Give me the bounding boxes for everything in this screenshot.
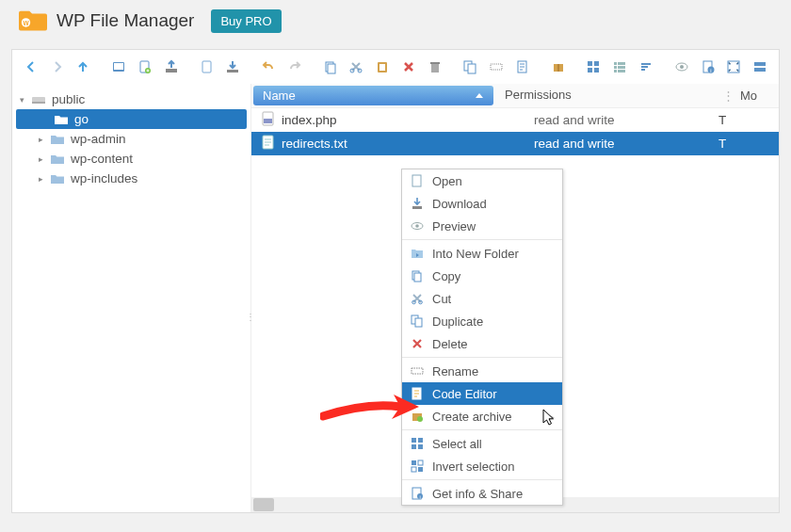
ctx-invert-selection[interactable]: Invert selection bbox=[402, 455, 562, 477]
tree-item-label: wp-includes bbox=[71, 171, 243, 185]
svg-rect-56 bbox=[412, 368, 423, 374]
cut-icon bbox=[410, 291, 425, 306]
ctx-get-info[interactable]: iGet info & Share bbox=[402, 482, 562, 505]
list-view-button[interactable] bbox=[608, 56, 631, 78]
new-file-button[interactable] bbox=[134, 56, 156, 78]
ctx-into-new-folder[interactable]: Into New Folder bbox=[402, 242, 562, 265]
svg-rect-15 bbox=[431, 64, 439, 73]
ctx-create-archive[interactable]: Create archive▶ bbox=[402, 405, 562, 427]
svg-rect-25 bbox=[588, 68, 592, 73]
collapse-icon: ▾ bbox=[20, 95, 31, 105]
ctx-separator bbox=[402, 479, 562, 480]
svg-rect-19 bbox=[491, 64, 502, 70]
folder-icon bbox=[50, 172, 65, 185]
tree-item-label: wp-admin bbox=[71, 132, 243, 146]
ctx-open[interactable]: Open bbox=[402, 169, 562, 192]
select-all-icon bbox=[410, 436, 425, 451]
up-button[interactable] bbox=[73, 56, 95, 78]
column-headers: Name Permissions ⋮Mo bbox=[251, 84, 779, 108]
svg-rect-6 bbox=[166, 69, 177, 73]
info-icon: i bbox=[410, 486, 425, 501]
ctx-code-editor[interactable]: Code Editor bbox=[402, 382, 562, 405]
svg-rect-22 bbox=[557, 64, 559, 72]
duplicate-button[interactable] bbox=[460, 56, 482, 78]
upload-button[interactable] bbox=[160, 56, 183, 78]
toolbar: i bbox=[11, 49, 780, 84]
settings-button[interactable] bbox=[749, 56, 771, 78]
edit-button[interactable] bbox=[511, 56, 534, 78]
svg-text:W: W bbox=[23, 20, 29, 26]
netmount-button[interactable] bbox=[107, 56, 130, 78]
svg-rect-39 bbox=[754, 62, 766, 66]
svg-rect-29 bbox=[614, 66, 617, 69]
svg-rect-23 bbox=[588, 61, 592, 66]
file-row[interactable]: redirects.txt read and write T bbox=[251, 132, 779, 155]
preview-button[interactable] bbox=[670, 56, 693, 78]
duplicate-icon bbox=[410, 314, 425, 329]
ctx-delete[interactable]: Delete bbox=[402, 332, 562, 355]
buy-pro-button[interactable]: Buy PRO bbox=[211, 9, 281, 33]
svg-rect-67 bbox=[418, 467, 423, 472]
ctx-cut[interactable]: Cut bbox=[402, 287, 562, 310]
extract-button[interactable] bbox=[547, 56, 570, 78]
tree-root[interactable]: ▾ public bbox=[12, 89, 250, 109]
empty-button[interactable] bbox=[424, 56, 446, 78]
rename-button[interactable] bbox=[485, 56, 508, 78]
redo-button[interactable] bbox=[283, 56, 306, 78]
ctx-separator bbox=[402, 429, 562, 430]
file-mod: T bbox=[713, 137, 726, 151]
download-button[interactable] bbox=[221, 56, 244, 78]
expand-icon: ▸ bbox=[39, 135, 50, 144]
column-name[interactable]: Name bbox=[253, 86, 493, 105]
tree-item-wp-content[interactable]: ▸ wp-content bbox=[12, 149, 250, 169]
svg-rect-42 bbox=[32, 102, 45, 104]
tree-item-go[interactable]: go bbox=[16, 109, 247, 129]
copy-icon bbox=[410, 268, 425, 283]
sort-button[interactable] bbox=[635, 56, 657, 78]
svg-rect-55 bbox=[415, 318, 422, 327]
back-button[interactable] bbox=[20, 56, 42, 78]
svg-rect-7 bbox=[202, 61, 211, 73]
ctx-preview[interactable]: Preview bbox=[402, 215, 562, 237]
svg-rect-32 bbox=[618, 70, 625, 73]
rename-icon bbox=[410, 363, 425, 379]
open-button[interactable] bbox=[196, 56, 218, 78]
paste-button[interactable] bbox=[371, 56, 394, 78]
copy-button[interactable] bbox=[319, 56, 342, 78]
delete-button[interactable] bbox=[397, 56, 420, 78]
file-row[interactable]: index.php read and write T bbox=[251, 108, 779, 132]
svg-rect-31 bbox=[614, 70, 617, 73]
ctx-rename[interactable]: Rename bbox=[402, 360, 562, 382]
grip-icon: ⋮ bbox=[722, 89, 734, 103]
undo-button[interactable] bbox=[257, 56, 280, 78]
svg-rect-27 bbox=[614, 62, 617, 65]
tree-root-label: public bbox=[52, 92, 243, 106]
column-name-label: Name bbox=[263, 89, 296, 103]
context-menu: Open Download Preview Into New Folder Co… bbox=[401, 169, 563, 506]
file-name: index.php bbox=[282, 113, 337, 127]
ctx-select-all[interactable]: Select all bbox=[402, 432, 562, 455]
info-button[interactable]: i bbox=[697, 56, 719, 78]
svg-rect-3 bbox=[114, 63, 123, 70]
tree-item-wp-includes[interactable]: ▸ wp-includes bbox=[12, 169, 250, 188]
forward-button[interactable] bbox=[46, 56, 69, 78]
svg-rect-47 bbox=[412, 206, 422, 209]
cut-button[interactable] bbox=[345, 56, 367, 78]
column-permissions[interactable]: Permissions bbox=[495, 84, 717, 107]
fullscreen-button[interactable] bbox=[723, 56, 746, 78]
column-modified[interactable]: ⋮Mo bbox=[717, 84, 763, 107]
mouse-cursor-icon bbox=[542, 409, 557, 430]
file-perm: read and write bbox=[492, 113, 713, 127]
tree-item-wp-admin[interactable]: ▸ wp-admin bbox=[12, 129, 250, 149]
ctx-download[interactable]: Download bbox=[402, 192, 562, 215]
svg-rect-65 bbox=[418, 460, 423, 465]
sort-asc-icon bbox=[475, 91, 484, 101]
ctx-duplicate[interactable]: Duplicate bbox=[402, 310, 562, 332]
expand-icon: ▸ bbox=[39, 174, 50, 184]
scrollbar-thumb[interactable] bbox=[253, 498, 274, 511]
icons-view-button[interactable] bbox=[583, 56, 605, 78]
ctx-copy[interactable]: Copy bbox=[402, 265, 562, 287]
folder-icon bbox=[50, 133, 65, 146]
ctx-separator bbox=[402, 357, 562, 358]
svg-rect-64 bbox=[412, 460, 416, 465]
